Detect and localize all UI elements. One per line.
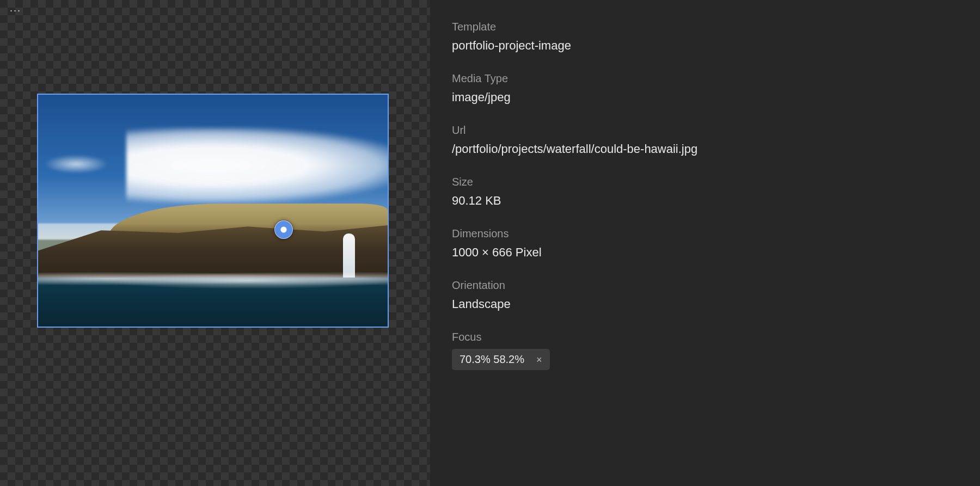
field-url: Url /portfolio/projects/waterfall/could-…: [452, 124, 958, 156]
image-placeholder-cloud: [126, 127, 389, 204]
field-size: Size 90.12 KB: [452, 176, 958, 208]
image-surface: [38, 95, 388, 327]
image-placeholder-foam: [38, 269, 388, 288]
field-label: Media Type: [452, 72, 958, 85]
field-media-type: Media Type image/jpeg: [452, 72, 958, 104]
field-template: Template portfolio-project-image: [452, 21, 958, 53]
field-focus: Focus 70.3% 58.2% ×: [452, 331, 958, 370]
focus-handle[interactable]: [274, 220, 293, 239]
focus-tag[interactable]: 70.3% 58.2% ×: [452, 349, 550, 370]
field-value: portfolio-project-image: [452, 39, 958, 53]
field-value: /portfolio/projects/waterfall/could-be-h…: [452, 142, 958, 156]
field-value: Landscape: [452, 297, 958, 311]
field-label: Template: [452, 21, 958, 33]
image-placeholder-cloud: [44, 155, 109, 174]
more-icon[interactable]: ···: [10, 5, 21, 15]
field-label: Dimensions: [452, 227, 958, 240]
field-label: Url: [452, 124, 958, 137]
field-orientation: Orientation Landscape: [452, 279, 958, 311]
canvas-panel: ···: [0, 0, 430, 486]
field-label: Focus: [452, 331, 958, 343]
field-value: 90.12 KB: [452, 194, 958, 208]
field-value: image/jpeg: [452, 90, 958, 104]
focus-tag-text: 70.3% 58.2%: [460, 353, 524, 366]
field-label: Orientation: [452, 279, 958, 292]
details-panel: Template portfolio-project-image Media T…: [430, 0, 980, 486]
close-icon[interactable]: ×: [536, 355, 542, 365]
field-dimensions: Dimensions 1000 × 666 Pixel: [452, 227, 958, 260]
field-value: 1000 × 666 Pixel: [452, 245, 958, 260]
image-preview[interactable]: [37, 94, 389, 328]
field-label: Size: [452, 176, 958, 188]
